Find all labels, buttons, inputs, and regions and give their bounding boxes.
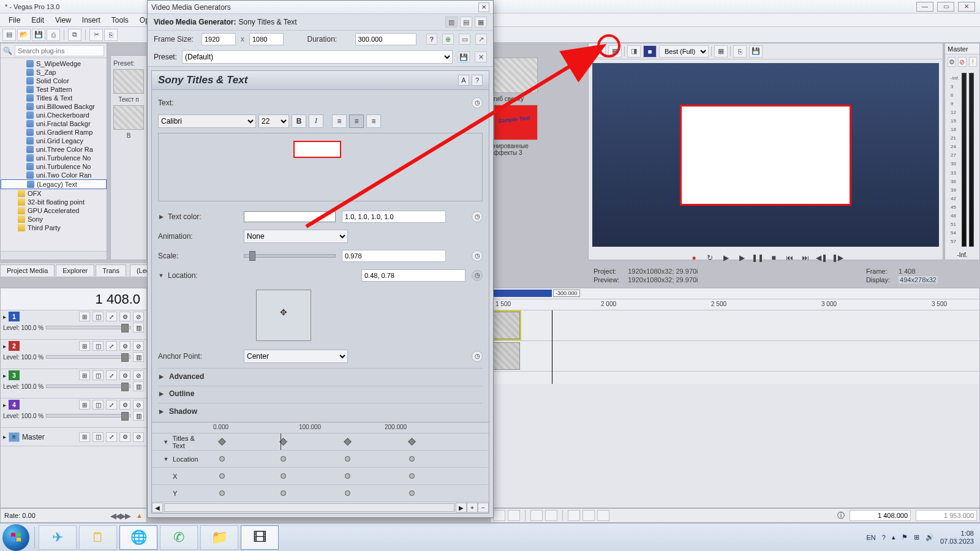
track-fx-icon[interactable]: ⊞ — [79, 341, 90, 351]
prev-grid[interactable]: ▦ — [714, 45, 728, 58]
prev-fx-bypass[interactable]: ■ — [643, 45, 657, 58]
preset-thumb[interactable] — [113, 69, 144, 94]
disclose-icon[interactable]: ▼ — [163, 456, 169, 462]
tree-folder[interactable]: OFX — [1, 189, 107, 198]
text-color-value[interactable] — [342, 211, 446, 223]
stop-button[interactable]: ■ — [767, 252, 780, 263]
docker-close-icon[interactable]: ✕ — [588, 49, 601, 62]
keyframe-circle[interactable] — [281, 456, 286, 462]
tree-item[interactable]: uni.Fractal Backgr — [1, 119, 107, 128]
master-fx[interactable]: ⚙ — [948, 57, 956, 67]
loop-region[interactable] — [491, 290, 552, 297]
align-center-button[interactable]: ≡ — [349, 114, 364, 128]
tool-select[interactable] — [545, 510, 557, 521]
dialog-close-button[interactable]: ✕ — [478, 2, 489, 12]
track-fx-icon[interactable]: ⊞ — [79, 312, 90, 321]
keyframe-circle[interactable] — [219, 456, 225, 462]
track-env-icon[interactable]: ◫ — [92, 370, 104, 380]
keyframe-circle[interactable] — [345, 473, 350, 479]
track-motion-icon[interactable]: ⤢ — [106, 312, 117, 321]
keyframe-lane[interactable] — [207, 451, 489, 467]
prev-frame-button[interactable]: ◀❚ — [815, 252, 827, 263]
track-mute-icon[interactable]: ⊘ — [133, 312, 144, 321]
track-motion-icon[interactable]: ⤢ — [106, 370, 117, 380]
preset-thumb[interactable] — [494, 105, 538, 140]
copy-button[interactable]: ⎘ — [104, 29, 118, 41]
track-toggle-icon[interactable]: ▸ — [3, 433, 6, 440]
tree-item[interactable]: uni.Billowed Backgr — [1, 102, 107, 111]
timeline-ruler[interactable]: 1 500 2 000 2 500 3 000 3 500 — [491, 299, 979, 310]
section-advanced[interactable]: ▶ Advanced — [158, 368, 483, 382]
cut-button[interactable]: ✂ — [89, 29, 103, 41]
tree-item-selected[interactable]: (Legacy) Text — [1, 179, 107, 189]
font-select[interactable]: Calibri — [158, 114, 256, 128]
frame-height-input[interactable] — [249, 33, 284, 45]
tab-transitions[interactable]: Trans — [96, 264, 126, 276]
zoom-in-button[interactable]: + — [467, 503, 478, 512]
tree-item[interactable]: uni.Two Color Ran — [1, 171, 107, 179]
tree-folder[interactable]: GPU Accelerated — [1, 206, 107, 215]
open-button[interactable]: 📂 — [17, 29, 31, 41]
tree-folder[interactable]: Sony — [1, 215, 107, 223]
play-start-button[interactable]: ▶ — [720, 252, 732, 263]
track-auto-icon[interactable]: ⚙ — [119, 432, 130, 442]
keyframe-circle[interactable] — [409, 473, 415, 479]
tool-snap[interactable] — [493, 510, 505, 521]
tree-item[interactable]: Solid Color — [1, 77, 107, 85]
keyframe-row-location[interactable]: ▼Location — [152, 451, 489, 468]
keyframe-circle[interactable] — [281, 490, 286, 496]
animate-scale-button[interactable]: ◷ — [472, 250, 483, 261]
track-header-4[interactable]: ▸ 4 ⊞ ◫ ⤢ ⚙ ⊘ Level: 100.0 % ▥ — [1, 399, 146, 428]
view-mode-3[interactable]: ▦ — [475, 17, 487, 28]
keyframe-scrollbar[interactable]: ◀ ▶ + − — [152, 502, 489, 513]
animate-anchor-button[interactable]: ◷ — [472, 351, 483, 362]
network-icon[interactable]: ⊞ — [914, 533, 919, 541]
track-motion-icon[interactable]: ⤢ — [106, 400, 117, 410]
track-comp-icon[interactable]: ▥ — [133, 352, 144, 362]
preview-quality-select[interactable]: Best (Full) — [659, 45, 709, 58]
preset-thumb[interactable] — [113, 105, 144, 130]
lang-indicator[interactable]: EN — [867, 534, 876, 541]
tab-project-media[interactable]: Project Media — [0, 264, 55, 276]
tool-fx[interactable] — [597, 510, 609, 521]
keyframe-lane[interactable] — [207, 485, 489, 501]
track-mute-icon[interactable]: ⊘ — [133, 432, 144, 442]
tree-item[interactable]: S_WipeWedge — [1, 59, 107, 68]
track-master-row[interactable]: ▸ ≡ Master ⊞ ◫ ⤢ ⚙ ⊘ — [1, 428, 146, 446]
track-env-icon[interactable]: ◫ — [92, 432, 104, 442]
volume-icon[interactable]: 🔊 — [925, 533, 934, 541]
render-button[interactable]: ⎙ — [47, 29, 60, 41]
text-canvas[interactable] — [158, 133, 483, 201]
keyframe-diamond[interactable] — [218, 438, 226, 446]
scale-slider[interactable] — [244, 254, 336, 258]
track-fx-icon[interactable]: ⊞ — [79, 370, 90, 380]
loop-button[interactable]: ↻ — [704, 252, 716, 263]
animation-select[interactable]: None — [244, 230, 348, 243]
timeline-clip[interactable] — [491, 342, 520, 370]
dialog-title-bar[interactable]: Video Media Generators ✕ — [148, 1, 493, 14]
track-header-1[interactable]: ▸ 1 ⊞ ◫ ⤢ ⚙ ⊘ Level: 100.0 % ▥ — [1, 310, 146, 340]
playhead[interactable] — [552, 310, 552, 384]
scale-value[interactable] — [342, 250, 446, 262]
keyframe-playhead[interactable] — [281, 433, 281, 450]
timeline-track-2[interactable] — [491, 341, 979, 372]
track-comp-icon[interactable]: ▥ — [133, 411, 144, 421]
align-left-button[interactable]: ≡ — [332, 114, 347, 128]
keyframe-row-x[interactable]: X — [152, 468, 489, 485]
tree-folder[interactable]: 32-bit floating point — [1, 198, 107, 206]
track-fx-icon[interactable]: ⊞ — [79, 400, 90, 410]
zoom-out-button[interactable]: − — [478, 503, 489, 512]
track-auto-icon[interactable]: ⚙ — [119, 341, 130, 351]
tool-env[interactable] — [582, 510, 595, 521]
anchor-select[interactable]: Center — [244, 350, 348, 363]
close-button[interactable]: ✕ — [958, 2, 975, 12]
keyframe-row-titles[interactable]: ▼Titles & Text — [152, 433, 489, 451]
track-level-slider[interactable] — [46, 355, 130, 359]
tab-explorer[interactable]: Explorer — [56, 264, 94, 276]
video-media-generators-dialog[interactable]: Video Media Generators ✕ Video Media Gen… — [147, 0, 494, 518]
menu-view[interactable]: View — [50, 15, 76, 26]
task-chrome[interactable]: 🌐 — [119, 525, 157, 550]
location-picker[interactable]: ✥ — [256, 290, 311, 341]
track-level-slider[interactable] — [46, 384, 130, 388]
timeline-clip[interactable] — [491, 312, 520, 339]
